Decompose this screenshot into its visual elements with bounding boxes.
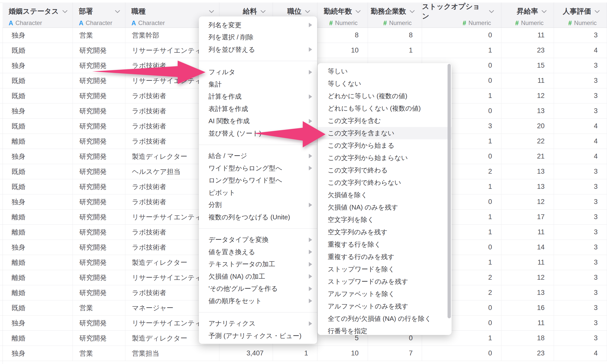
context-menu-item[interactable]: 列名を変更: [199, 19, 317, 31]
filter-submenu-item[interactable]: 空文字列を除く: [318, 214, 452, 226]
context-menu-item[interactable]: ワイド型からロング型へ: [199, 162, 317, 174]
table-cell: 4: [554, 149, 607, 164]
table-row: 独身営業営業担当3,40711070234: [0, 346, 607, 361]
column-header-marital-status[interactable]: 婚姻ステータス ACharacter: [3, 3, 73, 28]
table-cell: 4: [554, 43, 607, 58]
filter-submenu-item[interactable]: 欠損値 (NA) のみを残す: [318, 201, 452, 214]
table-cell: 研究開発: [73, 179, 125, 194]
filter-submenu-item[interactable]: この文字列で終わる: [318, 164, 452, 176]
chevron-down-icon[interactable]: [62, 10, 68, 13]
filter-submenu-item[interactable]: アルファベットのみを残す: [318, 300, 452, 313]
table-cell: 4: [554, 119, 607, 134]
context-menu-item[interactable]: 欠損値 (NA) の加工: [199, 270, 317, 283]
chevron-down-icon[interactable]: [541, 10, 547, 13]
submenu-arrow-icon: [309, 70, 312, 74]
chevron-down-icon[interactable]: [114, 10, 121, 13]
table-cell: 研究開発: [73, 210, 125, 224]
context-menu-item[interactable]: 値を置き換える: [199, 246, 317, 258]
filter-submenu-item[interactable]: 空文字列のみを残す: [318, 226, 452, 238]
chevron-down-icon[interactable]: [305, 10, 311, 13]
filter-submenu-item[interactable]: 重複する行のみを残す: [318, 251, 452, 263]
chevron-down-icon[interactable]: [594, 10, 600, 13]
column-header-performance-rating[interactable]: 人事評価 #Numeric: [554, 3, 607, 28]
context-menu-item[interactable]: 値の順序をセット: [199, 295, 317, 307]
context-menu-item[interactable]: アナリティクス: [199, 318, 317, 330]
table-cell: 研究開発: [73, 149, 125, 164]
menu-item-label: AI 関数を作成: [208, 117, 249, 125]
column-type-label: Numeric: [335, 19, 358, 27]
context-menu-item[interactable]: ピボット: [199, 187, 317, 199]
context-menu-item[interactable]: 表計算を作成: [199, 103, 317, 115]
menu-item-label: ピボット: [208, 188, 235, 197]
filter-submenu-item[interactable]: 欠損値を除く: [318, 189, 452, 201]
chevron-down-icon[interactable]: [355, 10, 361, 13]
context-menu-item[interactable]: AI 関数を作成: [199, 115, 317, 127]
table-cell: 研究開発: [73, 316, 125, 330]
column-title: 婚姻ステータス: [9, 7, 59, 16]
menu-item-label: 予測 (アナリティクス・ビュー): [208, 331, 301, 340]
filter-submenu-item[interactable]: この文字列を含む: [318, 115, 452, 127]
column-header-salary-hike-rate[interactable]: 昇給率 #Numeric: [501, 3, 554, 28]
table-cell: 既婚: [3, 179, 73, 194]
column-type-label: Numeric: [469, 19, 491, 27]
filter-submenu-item[interactable]: どれかに等しい (複数の値): [318, 90, 452, 102]
submenu-arrow-icon: [309, 203, 312, 207]
context-menu-item[interactable]: 列を並び替える: [199, 43, 317, 56]
column-header-department[interactable]: 部署 ACharacter: [73, 3, 125, 28]
table-cell: 15: [501, 58, 554, 73]
numeric-type-icon: #: [568, 19, 572, 27]
scrollbar-thumb[interactable]: [448, 64, 451, 318]
filter-submenu-item[interactable]: この文字列で終わらない: [318, 176, 452, 189]
context-menu-item[interactable]: テキストデータの加工: [199, 258, 317, 271]
context-menu-item[interactable]: 分割: [199, 199, 317, 211]
chevron-down-icon[interactable]: [409, 10, 415, 13]
filter-submenu-item[interactable]: ストップワードを除く: [318, 263, 452, 275]
numeric-type-icon: #: [383, 19, 387, 27]
context-menu-item[interactable]: 結合 / マージ: [199, 150, 317, 162]
table-cell: 研究開発: [73, 240, 125, 255]
context-menu-item[interactable]: 'その他'グループを作る: [199, 283, 317, 295]
table-cell: 研究開発: [73, 255, 125, 270]
filter-submenu-item[interactable]: 行番号を指定: [318, 325, 452, 335]
menu-item-label: 欠損値 (NA) の加工: [208, 272, 265, 281]
menu-item-label: 計算を作成: [208, 92, 242, 101]
table-cell: 3: [554, 28, 607, 43]
context-menu-item[interactable]: ロング型からワイド型へ: [199, 174, 317, 187]
table-cell: 10: [317, 346, 368, 361]
filter-submenu-item-highlighted[interactable]: この文字列を含まない: [318, 127, 452, 139]
column-title: 昇給率: [517, 7, 538, 16]
filter-submenu-item[interactable]: この文字列から始まる: [318, 139, 452, 152]
column-header-num-companies-worked[interactable]: 勤務企業数 #Numeric: [368, 3, 422, 28]
chevron-down-icon[interactable]: [208, 10, 215, 13]
table-cell: 離婚: [3, 225, 73, 240]
filter-submenu-item[interactable]: アルファベットを除く: [318, 288, 452, 300]
context-menu-item[interactable]: 複数の列をつなげる (Unite): [199, 211, 317, 223]
filter-submenu-item[interactable]: 等しい: [318, 65, 452, 77]
context-menu-item[interactable]: 計算を作成: [199, 91, 317, 103]
submenu-arrow-icon: [309, 47, 312, 52]
filter-submenu-item[interactable]: 重複する行を除く: [318, 238, 452, 251]
chevron-down-icon[interactable]: [488, 10, 495, 13]
context-menu-item[interactable]: 予測 (アナリティクス・ビュー): [199, 330, 317, 342]
table-cell: 独身: [3, 58, 73, 73]
table-cell: 3: [554, 285, 607, 300]
context-menu-item[interactable]: 列を選択 / 削除: [199, 31, 317, 44]
table-cell: 22: [501, 134, 554, 149]
context-menu-item[interactable]: 並び替え (ソート): [199, 127, 317, 140]
chevron-down-icon[interactable]: [260, 10, 266, 13]
context-menu-item[interactable]: 集計: [199, 78, 317, 91]
context-menu-item[interactable]: フィルタ: [199, 66, 317, 79]
table-cell: 13: [501, 164, 554, 179]
column-header-stock-option[interactable]: ストックオプション #Numeric: [422, 3, 501, 28]
filter-submenu-item[interactable]: この文字列から始まらない: [318, 152, 452, 164]
menu-item-label: ロング型からワイド型へ: [208, 176, 282, 185]
column-type-label: Numeric: [521, 19, 544, 27]
column-header-years-at-company[interactable]: 勤続年数 #Numeric: [317, 3, 368, 28]
filter-submenu-item[interactable]: どれにも等しくない (複数の値): [318, 102, 452, 115]
table-cell: 7: [368, 346, 422, 361]
table-cell: 17: [501, 210, 554, 224]
filter-submenu-item[interactable]: 等しくない: [318, 77, 452, 90]
filter-submenu-item[interactable]: ストップワードのみを残す: [318, 275, 452, 288]
context-menu-item[interactable]: データタイプを変換: [199, 234, 317, 246]
filter-submenu-item[interactable]: 全ての列が欠損値 (NA) の行を除く: [318, 313, 452, 325]
